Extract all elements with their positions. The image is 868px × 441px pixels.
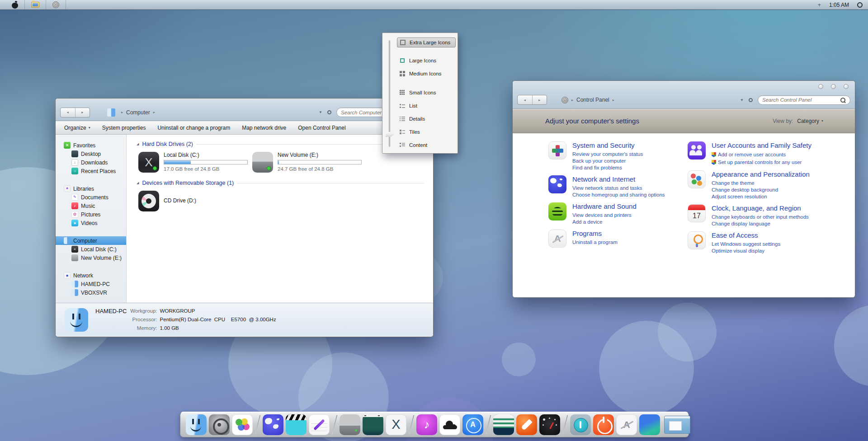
drive-cd-drive-d[interactable]: CD Drive (D:) [138,191,250,211]
sidebar-item-desktop[interactable]: Desktop [56,150,126,158]
drive-local-disk-c[interactable]: Local Disk (C:)17.0 GB free of 24.8 GB [138,152,250,173]
view-option-list[interactable]: List [397,101,454,111]
sidebar-item-network[interactable]: Network [56,271,126,280]
task-link-change-the-theme[interactable]: Change the theme [712,180,810,187]
dock-mission-control-icon[interactable] [493,414,514,435]
group-header-devices-with-removable-storage-1[interactable]: ◢Devices with Removable Storage (1) [137,180,424,186]
system-menu[interactable] [46,0,66,10]
dock-finder-icon[interactable] [186,414,207,435]
drive-new-volume-e[interactable]: New Volume (E:)24.7 GB free of 24.8 GB [252,152,363,173]
dock-icloud-icon[interactable] [439,414,460,435]
view-option-small-icons[interactable]: Small Icons [397,88,454,98]
category-title-link[interactable]: Ease of Access [712,231,780,239]
task-link-view-devices-and-printers[interactable]: View devices and printers [572,212,637,219]
task-link-back-up-your-computer[interactable]: Back up your computer [572,158,643,164]
sidebar-item-videos[interactable]: Videos [56,219,126,227]
commandbar-system-properties[interactable]: System properties [96,121,152,134]
commandbar-organize[interactable]: Organize▾ [58,121,96,134]
apple-menu[interactable] [5,0,24,10]
sidebar-item-vboxsvr[interactable]: VBOXSVR [56,288,126,297]
forward-button[interactable]: ► [532,95,547,104]
category-title-link[interactable]: System and Security [572,141,643,150]
task-link-change-keyboards-or-other-input-methods[interactable]: Change keyboards or other input methods [712,214,809,220]
sidebar-item-computer[interactable]: Computer [56,236,126,245]
view-by-control[interactable]: View by: Category ▾ [773,118,823,124]
view-size-slider-thumb[interactable] [386,131,394,137]
active-app-menu[interactable] [25,0,46,10]
task-link-add-or-remove-user-accounts[interactable]: Add or remove user accounts [712,151,811,159]
task-link-change-display-language[interactable]: Change display language [712,220,809,227]
cpi-system-icon[interactable] [548,141,566,160]
task-link-change-desktop-background[interactable]: Change desktop background [712,187,810,193]
breadcrumb-location[interactable]: Computer [126,109,150,116]
address-dropdown-icon[interactable]: ▼ [319,110,322,114]
dock-os-x-icon[interactable] [386,414,406,435]
cpi-hardware-icon[interactable] [548,202,566,220]
sidebar-item-libraries[interactable]: Libraries [56,184,126,193]
task-link-review-your-computer-s-status[interactable]: Review your computer's status [572,151,643,158]
dock-notes-icon[interactable] [309,414,330,435]
window-button-3[interactable] [844,84,849,89]
sidebar-item-local-disk-c[interactable]: Local Disk (C:) [56,245,126,253]
sidebar-item-hamed-pc[interactable]: HAMED-PC [56,280,126,288]
dock-app-store-alt-icon[interactable] [616,414,637,435]
dock-photos-icon[interactable] [232,414,253,435]
commandbar-open-control-panel[interactable]: Open Control Panel [292,121,351,134]
task-link-adjust-screen-resolution[interactable]: Adjust screen resolution [712,193,810,200]
view-option-large-icons[interactable]: Large Icons [397,56,454,66]
sidebar-item-documents[interactable]: Documents [56,193,126,202]
notification-plus-icon[interactable]: + [817,1,821,8]
task-link-view-network-status-and-tasks[interactable]: View network status and tasks [572,185,665,192]
category-title-link[interactable]: Clock, Language, and Region [712,204,809,212]
dock-desktop-preview-icon[interactable] [363,414,383,435]
view-option-content[interactable]: Content [397,140,454,150]
dock-launchpad-icon[interactable] [516,414,537,435]
dock-browser-icon[interactable] [263,414,283,435]
cpi-programs-icon[interactable] [548,230,566,248]
sidebar-item-new-volume-e[interactable]: New Volume (E:) [56,253,126,262]
back-button[interactable]: ◄ [518,95,532,104]
view-size-slider[interactable] [389,40,390,147]
sidebar-item-pictures[interactable]: Pictures [56,210,126,219]
cpi-clock-icon[interactable] [688,204,706,222]
group-header-hard-disk-drives-2[interactable]: ◢Hard Disk Drives (2) [137,141,424,147]
sidebar-item-downloads[interactable]: Downloads [56,158,126,167]
refresh-icon[interactable] [749,98,753,102]
task-link-uninstall-a-program[interactable]: Uninstall a program [572,239,618,246]
dock-system-preferences-icon[interactable] [209,414,230,435]
category-title-link[interactable]: Programs [572,230,618,238]
view-by-value[interactable]: Category [797,118,819,124]
commandbar-uninstall-or-change-a-program[interactable]: Uninstall or change a program [151,121,236,134]
cpi-appearance-icon[interactable] [688,170,706,188]
forward-button[interactable]: ► [75,108,90,117]
task-link-choose-homegroup-and-sharing-options[interactable]: Choose homegroup and sharing options [572,192,665,198]
dock-videos-icon[interactable] [286,414,307,435]
window-button-1[interactable] [818,84,823,89]
category-title-link[interactable]: Network and Internet [572,175,665,183]
dock-itunes-icon[interactable] [416,414,437,435]
task-link-add-a-device[interactable]: Add a device [572,219,637,225]
window-button-2[interactable] [831,84,836,89]
view-option-details[interactable]: Details [397,114,454,124]
commandbar-map-network-drive[interactable]: Map network drive [236,121,292,134]
cpi-ease-icon[interactable] [688,231,706,249]
view-option-medium-icons[interactable]: Medium Icons [397,69,454,79]
task-link-let-windows-suggest-settings[interactable]: Let Windows suggest settings [712,241,780,248]
dock-power-icon[interactable] [593,414,614,435]
task-link-optimize-visual-display[interactable]: Optimize visual display [712,248,780,254]
view-option-extra-large-icons[interactable]: Extra Large Icons [397,38,456,47]
dock-hard-drive-icon[interactable] [340,414,360,435]
clock[interactable]: 1:05 AM [829,2,849,8]
back-button[interactable]: ◄ [61,108,75,117]
refresh-icon[interactable] [327,110,331,114]
dock-minimized-window-icon[interactable] [664,416,690,434]
task-link-find-and-fix-problems[interactable]: Find and fix problems [572,164,643,171]
breadcrumb[interactable]: ▸ Control Panel ▸ [561,97,614,103]
view-option-tiles[interactable]: Tiles [397,127,454,137]
search-input[interactable] [762,97,840,103]
sidebar-item-recent-places[interactable]: Recent Places [56,167,126,175]
cpi-network-icon[interactable] [548,175,566,193]
dock-documents-stack-icon[interactable] [639,414,660,435]
cpi-users-icon[interactable] [688,141,706,160]
category-title-link[interactable]: Appearance and Personalization [712,170,810,178]
